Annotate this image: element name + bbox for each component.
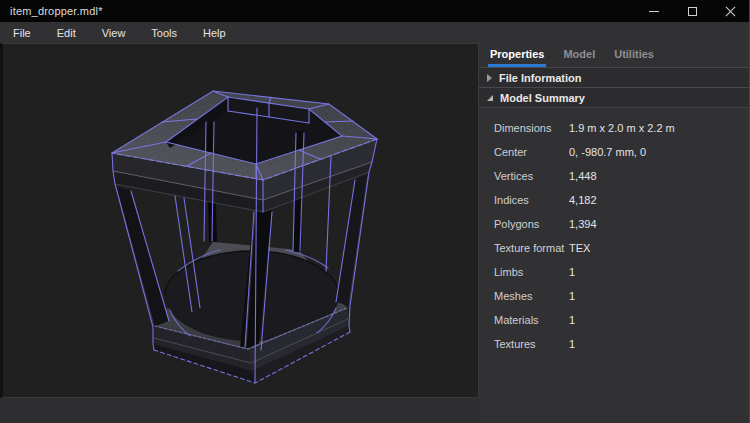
model-3d-render [3,44,478,397]
viewport-3d[interactable] [0,43,479,398]
property-value: 1,394 [569,218,597,230]
property-row: Indices 4,182 [494,188,749,212]
close-icon [725,6,736,17]
model-summary-grid: Dimensions 1.9 m x 2.0 m x 2.2 m Center … [479,108,749,356]
property-label: Indices [494,194,569,206]
menu-item[interactable]: View [89,22,139,43]
properties-panel: Properties Model Utilities File Informat… [479,43,749,423]
close-button[interactable] [711,0,749,22]
title-bar: item_dropper.mdl* [0,0,749,22]
app-window: item_dropper.mdl* File Edit View Tools H… [0,0,750,423]
menu-item[interactable]: Tools [138,22,190,43]
collapsed-arrow-icon [487,74,492,82]
property-label: Meshes [494,290,569,302]
menu-item[interactable]: Edit [44,22,89,43]
property-value: 0, -980.7 mm, 0 [569,146,646,158]
property-row: Center 0, -980.7 mm, 0 [494,140,749,164]
minimize-button[interactable] [635,0,673,22]
property-value: 1,448 [569,170,597,182]
panel-tabs: Properties Model Utilities [479,43,749,67]
menu-item[interactable]: File [0,22,44,43]
property-label: Limbs [494,266,569,278]
window-controls [635,0,749,22]
property-label: Polygons [494,218,569,230]
section-header-file-information[interactable]: File Information [479,67,749,87]
section-header-model-summary[interactable]: Model Summary [479,87,749,108]
property-label: Center [494,146,569,158]
tab-utilities[interactable]: Utilities [612,43,656,67]
property-value: 1 [569,314,575,326]
property-row: Materials 1 [494,308,749,332]
property-label: Vertices [494,170,569,182]
tab-model[interactable]: Model [561,43,597,67]
menu-bar: File Edit View Tools Help [0,22,749,43]
property-value: 1 [569,290,575,302]
property-row: Meshes 1 [494,284,749,308]
expanded-arrow-icon [487,95,493,101]
property-row: Vertices 1,448 [494,164,749,188]
menu-item[interactable]: Help [190,22,239,43]
property-value: 1.9 m x 2.0 m x 2.2 m [569,122,675,134]
property-value: 1 [569,338,575,350]
property-value: 1 [569,266,575,278]
maximize-icon [688,7,697,16]
minimize-icon [649,11,659,12]
property-row: Polygons 1,394 [494,212,749,236]
window-title: item_dropper.mdl* [0,5,635,17]
tab-properties[interactable]: Properties [488,43,546,67]
property-row: Limbs 1 [494,260,749,284]
property-label: Texture format [494,242,569,254]
property-row: Dimensions 1.9 m x 2.0 m x 2.2 m [494,116,749,140]
property-row: Texture format TEX [494,236,749,260]
maximize-button[interactable] [673,0,711,22]
property-value: TEX [569,242,590,254]
property-value: 4,182 [569,194,597,206]
property-label: Textures [494,338,569,350]
property-label: Dimensions [494,122,569,134]
property-row: Textures 1 [494,332,749,356]
property-label: Materials [494,314,569,326]
